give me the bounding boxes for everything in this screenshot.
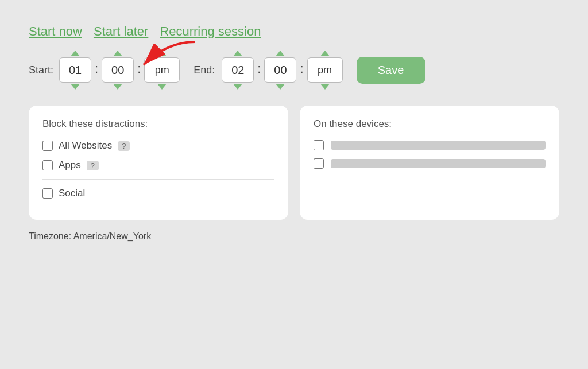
down-triangle-icon — [320, 84, 330, 90]
end-minute-down[interactable] — [276, 84, 285, 90]
up-triangle-icon — [71, 51, 80, 56]
separator-4: : — [300, 61, 303, 79]
app-container: Start now Start later Recurring session … — [11, 11, 577, 369]
down-triangle-icon — [113, 84, 122, 90]
all-websites-label: All Websites — [59, 140, 112, 152]
distractions-panel: Block these distractions: All Websites ?… — [29, 106, 288, 220]
end-period-down[interactable] — [320, 84, 330, 90]
start-minute-spinner — [102, 51, 134, 90]
start-period-up[interactable] — [157, 51, 167, 56]
tab-recurring[interactable]: Recurring session — [160, 23, 261, 40]
start-period-spinner — [144, 51, 180, 90]
social-label: Social — [59, 188, 85, 199]
up-triangle-icon — [233, 51, 242, 56]
all-websites-help[interactable]: ? — [118, 141, 130, 151]
separator-2: : — [137, 61, 141, 79]
timezone-display: Timezone: America/New_York — [29, 231, 151, 243]
timezone-label: Timezone: — [29, 231, 71, 241]
apps-help[interactable]: ? — [87, 161, 99, 170]
end-hour-up[interactable] — [233, 51, 242, 56]
devices-panel: On these devices: — [300, 106, 559, 220]
start-period-input[interactable] — [144, 57, 180, 83]
apps-checkbox[interactable] — [42, 160, 53, 170]
down-triangle-icon — [157, 84, 167, 90]
distractions-title: Block these distractions: — [42, 118, 274, 130]
down-triangle-icon — [233, 84, 242, 90]
start-hour-up[interactable] — [71, 51, 80, 56]
tab-start-now[interactable]: Start now — [29, 23, 82, 40]
timezone-row: Timezone: America/New_York — [29, 231, 559, 243]
apps-row: Apps ? — [42, 160, 274, 171]
device-1-checkbox[interactable] — [314, 140, 324, 150]
end-minute-spinner — [264, 51, 296, 90]
device-1-name — [331, 141, 546, 150]
device-2-checkbox[interactable] — [314, 158, 324, 169]
separator-1: : — [95, 61, 98, 79]
all-websites-row: All Websites ? — [42, 140, 274, 152]
start-minute-input[interactable] — [102, 57, 134, 83]
end-period-up[interactable] — [320, 51, 330, 56]
end-hour-input[interactable] — [222, 57, 254, 83]
devices-title: On these devices: — [314, 118, 546, 130]
social-checkbox[interactable] — [42, 188, 53, 199]
up-triangle-icon — [113, 51, 122, 56]
end-period-spinner — [307, 51, 343, 90]
timezone-value: America/New_York — [74, 231, 151, 241]
panels-row: Block these distractions: All Websites ?… — [29, 106, 559, 220]
all-websites-checkbox[interactable] — [42, 141, 53, 151]
apps-label: Apps — [59, 160, 81, 171]
start-hour-input[interactable] — [59, 57, 91, 83]
divider — [42, 179, 274, 180]
time-picker-row: Start: : : — [29, 51, 559, 90]
device-row-2 — [314, 158, 546, 169]
start-hour-spinner — [59, 51, 91, 90]
tabs: Start now Start later Recurring session — [29, 23, 559, 40]
separator-3: : — [257, 61, 261, 79]
device-2-name — [331, 159, 546, 168]
start-minute-down[interactable] — [113, 84, 122, 90]
end-minute-input[interactable] — [264, 57, 296, 83]
up-triangle-icon — [276, 51, 285, 56]
end-minute-up[interactable] — [276, 51, 285, 56]
up-triangle-icon — [157, 51, 167, 56]
down-triangle-icon — [71, 84, 80, 90]
end-hour-spinner — [222, 51, 254, 90]
end-hour-down[interactable] — [233, 84, 242, 90]
tab-start-later[interactable]: Start later — [94, 23, 148, 40]
social-row: Social — [42, 188, 274, 199]
down-triangle-icon — [276, 84, 285, 90]
start-minute-up[interactable] — [113, 51, 122, 56]
end-period-input[interactable] — [307, 57, 343, 83]
start-hour-down[interactable] — [71, 84, 80, 90]
up-triangle-icon — [320, 51, 330, 56]
end-label: End: — [194, 64, 215, 76]
start-label: Start: — [29, 64, 53, 76]
save-button[interactable]: Save — [357, 57, 425, 84]
start-period-down[interactable] — [157, 84, 167, 90]
device-row-1 — [314, 140, 546, 150]
